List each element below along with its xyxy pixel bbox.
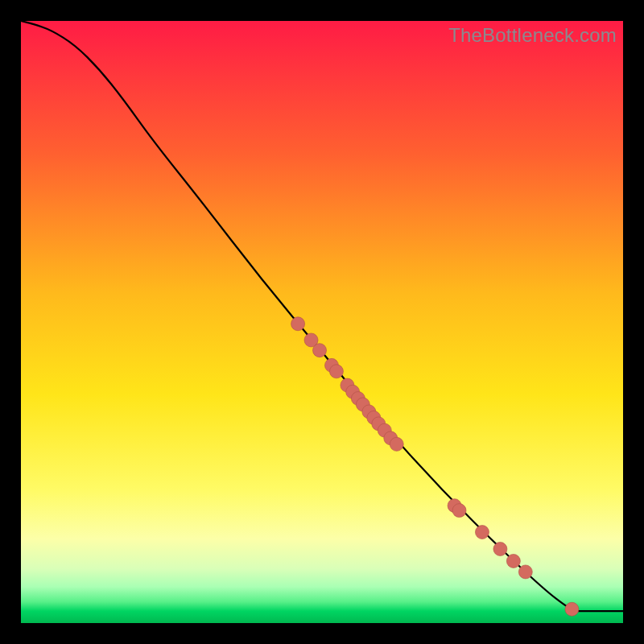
data-point [313, 344, 327, 357]
data-point [518, 565, 532, 579]
data-point [329, 365, 343, 378]
data-point [493, 543, 507, 556]
data-point [565, 602, 579, 616]
data-point [390, 437, 403, 451]
chart-svg [21, 21, 623, 623]
data-point [452, 504, 466, 518]
data-point [291, 317, 305, 331]
chart-stage: TheBottleneck.com [0, 0, 644, 644]
plot-area: TheBottleneck.com [21, 21, 623, 623]
data-point [475, 526, 489, 539]
curve-line [21, 21, 623, 611]
data-point [506, 554, 520, 568]
